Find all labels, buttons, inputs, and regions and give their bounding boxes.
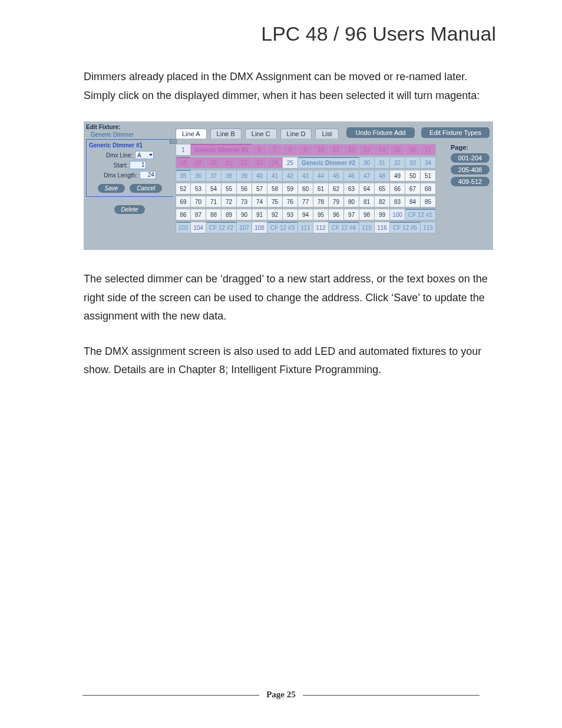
dmx-cell[interactable]: 30 bbox=[359, 157, 375, 169]
dmx-cell[interactable]: 77 bbox=[298, 196, 313, 207]
dmx-cell-cf4[interactable]: CF 12 #4 bbox=[329, 222, 359, 233]
dmx-cell[interactable]: 55 bbox=[222, 183, 237, 195]
dmx-cell[interactable]: 21 bbox=[222, 157, 237, 169]
dmx-cell[interactable]: 78 bbox=[313, 196, 329, 207]
dmx-cell[interactable]: 48 bbox=[375, 170, 390, 182]
dmx-cell[interactable]: 14 bbox=[375, 144, 390, 156]
dmx-cell[interactable]: 35 bbox=[176, 170, 191, 182]
page-nav-2[interactable]: 205-408 bbox=[451, 165, 490, 174]
dmx-cell[interactable]: 9 bbox=[298, 144, 313, 156]
dmx-cell[interactable]: 7 bbox=[267, 144, 283, 156]
dmx-cell[interactable]: 31 bbox=[375, 157, 390, 169]
dmx-cell[interactable]: 49 bbox=[390, 170, 405, 182]
dmx-cell[interactable]: 66 bbox=[390, 183, 405, 195]
dmx-cell[interactable]: 115 bbox=[359, 222, 375, 233]
dmx-cell[interactable]: 89 bbox=[222, 209, 237, 220]
dmx-cell[interactable]: 87 bbox=[191, 209, 206, 220]
dmx-cell[interactable]: 72 bbox=[222, 196, 237, 207]
dmx-cell[interactable]: 56 bbox=[237, 183, 252, 195]
dmx-cell[interactable]: 8 bbox=[283, 144, 298, 156]
dmx-cell[interactable]: 12 bbox=[344, 144, 359, 156]
dmx-cell[interactable]: 85 bbox=[421, 196, 436, 207]
undo-fixture-add-button[interactable]: Undo Fixture Add bbox=[346, 127, 415, 138]
dmx-cell[interactable]: 64 bbox=[359, 183, 375, 195]
dmx-cell[interactable]: 51 bbox=[421, 170, 436, 182]
dmx-cell[interactable]: 15 bbox=[390, 144, 405, 156]
dmx-cell[interactable]: 67 bbox=[405, 183, 421, 195]
page-nav-3[interactable]: 409-512 bbox=[451, 177, 490, 186]
dmx-cell[interactable]: 58 bbox=[267, 183, 283, 195]
dmx-cell[interactable]: 94 bbox=[298, 209, 313, 220]
dmx-cell[interactable]: 71 bbox=[206, 196, 222, 207]
dmx-cell[interactable]: 84 bbox=[405, 196, 421, 207]
dmx-cell[interactable]: 83 bbox=[390, 196, 405, 207]
tab-line-b[interactable]: Line B bbox=[210, 129, 242, 139]
save-button[interactable]: Save bbox=[98, 184, 125, 193]
dmx-cell[interactable]: 104 bbox=[191, 222, 206, 233]
dmx-cell[interactable]: 82 bbox=[375, 196, 390, 207]
dmx-cell[interactable]: 103 bbox=[176, 222, 191, 233]
dmx-cell-cf3[interactable]: CF 12 #3 bbox=[267, 222, 298, 233]
dmx-cell-cf1[interactable]: CF 12 #1 bbox=[405, 209, 436, 220]
dmx-cell[interactable]: 41 bbox=[267, 170, 283, 182]
dmx-cell[interactable]: 1 bbox=[176, 144, 191, 156]
dmx-cell[interactable]: 11 bbox=[329, 144, 344, 156]
dmx-cell[interactable]: 32 bbox=[390, 157, 405, 169]
dmx-cell[interactable]: 107 bbox=[237, 222, 252, 233]
dmx-cell[interactable]: 97 bbox=[344, 209, 359, 220]
dmx-cell[interactable]: 99 bbox=[375, 209, 390, 220]
dmx-cell[interactable]: 53 bbox=[191, 183, 206, 195]
dmx-cell[interactable]: 10 bbox=[313, 144, 329, 156]
dmx-cell[interactable]: 39 bbox=[237, 170, 252, 182]
cancel-button[interactable]: Cancel bbox=[130, 184, 162, 193]
dmx-cell[interactable]: 63 bbox=[344, 183, 359, 195]
dmx-cell[interactable]: 95 bbox=[313, 209, 329, 220]
tab-line-a[interactable]: Line A bbox=[176, 129, 207, 139]
dmx-cell[interactable]: 60 bbox=[298, 183, 313, 195]
dmx-cell[interactable]: 17 bbox=[421, 144, 436, 156]
dmx-cell[interactable]: 57 bbox=[252, 183, 267, 195]
dmx-cell[interactable]: 93 bbox=[283, 209, 298, 220]
dmx-cell-cf2[interactable]: CF 12 #2 bbox=[206, 222, 237, 233]
dmx-cell[interactable]: 18 bbox=[176, 157, 191, 169]
dmx-cell[interactable]: 74 bbox=[252, 196, 267, 207]
dmx-cell[interactable]: 112 bbox=[313, 222, 329, 233]
dmx-cell[interactable]: 88 bbox=[206, 209, 222, 220]
page-nav-1[interactable]: 001-204 bbox=[451, 153, 490, 163]
dmx-cell[interactable]: 46 bbox=[344, 170, 359, 182]
dmx-cell[interactable]: 54 bbox=[206, 183, 222, 195]
dmx-cell[interactable]: 86 bbox=[176, 209, 191, 220]
dmx-cell[interactable]: 42 bbox=[283, 170, 298, 182]
tab-line-d[interactable]: Line D bbox=[280, 129, 312, 139]
dmx-cell[interactable]: 90 bbox=[237, 209, 252, 220]
dmx-cell[interactable]: 50 bbox=[405, 170, 421, 182]
dmx-cell[interactable]: 22 bbox=[237, 157, 252, 169]
dmx-cell[interactable]: 62 bbox=[329, 183, 344, 195]
dmx-cell[interactable]: 52 bbox=[176, 183, 191, 195]
dmx-cell[interactable]: 34 bbox=[421, 157, 436, 169]
dmx-cell[interactable]: 6 bbox=[252, 144, 267, 156]
dmx-cell[interactable]: 96 bbox=[329, 209, 344, 220]
dmx-cell[interactable]: 37 bbox=[206, 170, 222, 182]
dmx-cell[interactable]: 13 bbox=[359, 144, 375, 156]
dmx-cell[interactable]: 116 bbox=[375, 222, 390, 233]
dmx-cell[interactable]: 108 bbox=[252, 222, 267, 233]
dmx-length-input[interactable]: 24 bbox=[140, 171, 156, 179]
dmx-cell[interactable]: 119 bbox=[421, 222, 436, 233]
dmx-cell[interactable]: 61 bbox=[313, 183, 329, 195]
dmx-cell[interactable]: 44 bbox=[313, 170, 329, 182]
dmx-cell-dimmer1[interactable]: Generic Dimmer #1 bbox=[191, 144, 252, 156]
dmx-cell[interactable]: 20 bbox=[206, 157, 222, 169]
dmx-cell[interactable]: 98 bbox=[359, 209, 375, 220]
dmx-cell[interactable]: 24 bbox=[267, 157, 283, 169]
dmx-cell[interactable]: 73 bbox=[237, 196, 252, 207]
dmx-cell[interactable]: 68 bbox=[421, 183, 436, 195]
dmx-cell[interactable]: 76 bbox=[283, 196, 298, 207]
drag-handle-icon[interactable] bbox=[170, 139, 177, 144]
dmx-cell[interactable]: 69 bbox=[176, 196, 191, 207]
dmx-cell[interactable]: 45 bbox=[329, 170, 344, 182]
dmx-cell[interactable]: 70 bbox=[191, 196, 206, 207]
dmx-cell-cf5[interactable]: CF 12 #5 bbox=[390, 222, 421, 233]
dmx-cell[interactable]: 47 bbox=[359, 170, 375, 182]
dmx-cell[interactable]: 111 bbox=[298, 222, 313, 233]
